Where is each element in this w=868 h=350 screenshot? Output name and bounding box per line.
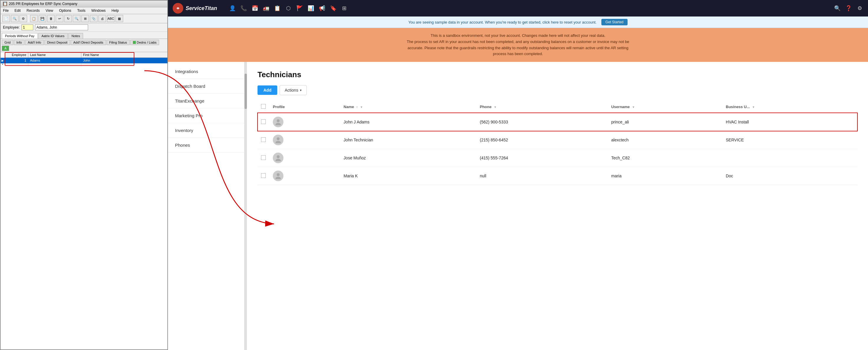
erp-window-icon: 📋 — [3, 2, 7, 6]
cell-profile-4 — [269, 167, 340, 185]
subtab-grid[interactable]: Grid — [2, 40, 13, 45]
sidebar-item-marketing-pro[interactable]: Marketing Pro — [168, 108, 244, 123]
toolbar-search2[interactable]: 🔍 — [11, 15, 19, 22]
grid-header-firstname: First Name — [81, 52, 134, 58]
table-row-2[interactable]: John Technician (215) 850-6452 alexctech… — [257, 131, 858, 149]
cell-checkbox-2[interactable] — [257, 131, 269, 149]
employee-label: Employee: — [3, 25, 20, 29]
cell-username-4: maria — [608, 167, 722, 185]
row-indicator-1: ▶ — [1, 58, 5, 63]
toolbar-attach[interactable]: 📎 — [90, 15, 97, 22]
row-checkbox-1[interactable] — [261, 119, 266, 124]
business-unit-filter-icon[interactable]: ▼ — [752, 105, 755, 109]
nav-flag-icon[interactable]: 🚩 — [296, 5, 303, 12]
tab-notes[interactable]: Notes — [68, 33, 83, 39]
st-sidebar-scrollbar[interactable] — [245, 62, 247, 350]
nav-chart-icon[interactable]: 📊 — [307, 5, 314, 12]
name-filter-icon[interactable]: ▼ — [360, 105, 363, 109]
nav-clipboard-icon[interactable]: 📋 — [274, 5, 281, 12]
help-icon[interactable]: ❓ — [845, 5, 852, 12]
cell-checkbox-1[interactable] — [257, 113, 269, 131]
row-checkbox-4[interactable] — [261, 173, 266, 178]
subtab-dedns-liabs[interactable]: Dedns / Liabs — [130, 40, 159, 45]
toolbar-table[interactable]: ▦ — [116, 15, 123, 22]
name-sort-icon: ↑ — [356, 105, 358, 109]
toolbar-refresh[interactable]: ↻ — [64, 15, 72, 22]
cell-checkbox-4[interactable] — [257, 167, 269, 185]
toolbar-search[interactable]: 🔍 — [73, 15, 81, 22]
table-row-3[interactable]: Jose Muñoz (415) 555-7264 Tech_C82 — [257, 149, 858, 167]
toolbar-save[interactable]: 💾 — [39, 15, 46, 22]
username-filter-icon[interactable]: ▼ — [632, 105, 635, 109]
phone-filter-icon[interactable]: ▼ — [494, 105, 497, 109]
tab-aatrix-id-values[interactable]: Aatrix ID Values — [38, 33, 68, 39]
toolbar-grid[interactable]: ⊞ — [81, 15, 89, 22]
subtab-filing-status[interactable]: Filing Status — [107, 40, 130, 45]
toolbar-settings[interactable]: ⚙ — [20, 15, 27, 22]
banner-orange-line3: accurate. Please note that the guardrail… — [186, 45, 850, 51]
search-icon[interactable]: 🔍 — [834, 5, 841, 12]
sidebar-item-integrations[interactable]: Integrations — [168, 64, 244, 79]
toolbar-abc[interactable]: ABC — [107, 15, 115, 22]
menu-tools[interactable]: Tools — [76, 8, 87, 13]
employee-name-input[interactable] — [35, 25, 88, 30]
nav-megaphone-icon[interactable]: 📢 — [318, 5, 326, 12]
th-name[interactable]: Name ↑ ▼ — [340, 101, 476, 113]
toolbar-doc[interactable]: 📋 — [30, 15, 38, 22]
subtab-addl-direct-deposits[interactable]: Add'l Direct Deposits — [71, 40, 106, 45]
menu-file[interactable]: File — [2, 8, 10, 13]
nav-hexagon-icon[interactable]: ⬡ — [285, 5, 292, 12]
tab-periods-without-pay[interactable]: Periods Without Pay — [2, 33, 38, 39]
nav-grid-icon[interactable]: ⊞ — [341, 5, 348, 12]
get-started-button[interactable]: Get Started — [601, 19, 627, 25]
row-checkbox-3[interactable] — [261, 155, 266, 160]
menu-options[interactable]: Options — [58, 8, 72, 13]
nav-truck-icon[interactable]: 🚛 — [262, 5, 270, 12]
cell-profile-3 — [269, 149, 340, 167]
subtab-addl-info[interactable]: Add'l Info — [25, 40, 44, 45]
erp-window: 📋 205 PR Employees for ERP Sync Company … — [0, 0, 168, 350]
erp-grid-row-new[interactable]: * — [1, 63, 167, 67]
toolbar-print[interactable]: 🖨 — [98, 15, 106, 22]
table-row-1[interactable]: John J Adams (562) 900-5333 prince_ali H… — [257, 113, 858, 131]
erp-grid-row-1[interactable]: ▶ 1 Adams John — [1, 58, 167, 63]
select-all-checkbox[interactable] — [261, 104, 266, 109]
nav-phone-icon[interactable]: 📞 — [240, 5, 247, 12]
cell-phone-3: (415) 555-7264 — [476, 149, 608, 167]
menu-view[interactable]: View — [44, 8, 55, 13]
sidebar-item-inventory[interactable]: Inventory — [168, 123, 244, 138]
cell-profile-1 — [269, 113, 340, 131]
cell-checkbox-3[interactable] — [257, 149, 269, 167]
subtab-extra[interactable]: A — [2, 46, 9, 51]
st-logo: ServiceTitan — [173, 3, 217, 13]
subtab-info[interactable]: Info — [14, 40, 25, 45]
menu-edit[interactable]: Edit — [13, 8, 22, 13]
menu-records[interactable]: Records — [25, 8, 41, 13]
menu-help[interactable]: Help — [111, 8, 120, 13]
nav-person-icon[interactable]: 👤 — [229, 5, 236, 12]
toolbar-delete[interactable]: 🗑 — [47, 15, 55, 22]
erp-toolbar: 📄 🔍 ⚙ 📋 💾 🗑 ↩ ↻ 🔍 ⊞ 📎 🖨 ABC ▦ — [1, 14, 167, 23]
actions-button[interactable]: Actions — [280, 85, 307, 95]
sidebar-item-dispatch-board[interactable]: Dispatch Board — [168, 79, 244, 94]
sidebar-item-titanexchange[interactable]: TitanExchange — [168, 94, 244, 108]
cell-username-1: prince_ali — [608, 113, 722, 131]
table-header-row: Profile Name ↑ ▼ Phone ▼ Username ▼ — [257, 101, 858, 113]
avatar-1 — [273, 117, 283, 127]
nav-calendar-icon[interactable]: 📅 — [251, 5, 258, 12]
settings-icon[interactable]: ⚙ — [856, 5, 863, 12]
st-banner-orange: This is a sandbox environment, not your … — [168, 28, 868, 62]
nav-bookmark-icon[interactable]: 🔖 — [330, 5, 337, 12]
sidebar-item-phones[interactable]: Phones — [168, 138, 244, 153]
employee-number-input[interactable] — [22, 25, 33, 30]
row-checkbox-2[interactable] — [261, 137, 266, 142]
toolbar-new[interactable]: 📄 — [2, 15, 10, 22]
subtab-direct-deposit[interactable]: Direct Deposit — [44, 40, 70, 45]
menu-windows[interactable]: Windows — [90, 8, 107, 13]
th-business-unit: Business U... ▼ — [722, 101, 858, 113]
st-sidebar-scroll-thumb[interactable] — [245, 74, 247, 109]
avatar-3 — [273, 153, 283, 163]
toolbar-undo[interactable]: ↩ — [56, 15, 63, 22]
add-button[interactable]: Add — [257, 86, 277, 95]
table-row-4[interactable]: Maria K null maria Doc — [257, 167, 858, 185]
